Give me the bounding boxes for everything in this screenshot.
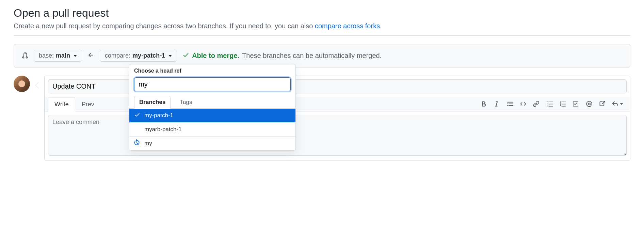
merge-detail-text: These branches can be automatically merg… xyxy=(242,52,382,60)
arrow-left-icon xyxy=(87,52,94,60)
branch-item-label: my-patch-1 xyxy=(144,112,173,119)
base-branch-button[interactable]: base: main xyxy=(34,50,82,62)
italic-icon[interactable] xyxy=(493,101,500,107)
compare-bar: base: main compare: my-patch-1 Able to m… xyxy=(14,44,630,67)
base-label: base: xyxy=(39,52,54,59)
check-icon xyxy=(182,51,189,60)
branch-item-label: myarb-patch-1 xyxy=(144,126,182,133)
unordered-list-icon[interactable] xyxy=(546,101,553,107)
caret-down-icon xyxy=(168,55,172,57)
caret-down-icon xyxy=(74,55,77,57)
pr-body: Write Prev xyxy=(14,76,630,161)
dropdown-list: my-patch-1 myarb-patch-1 my xyxy=(129,109,295,150)
md-toolbar xyxy=(477,98,627,110)
avatar[interactable] xyxy=(14,76,30,92)
tab-branches[interactable]: Branches xyxy=(134,96,171,109)
branch-item[interactable]: my-patch-1 xyxy=(129,109,295,123)
cross-reference-icon[interactable] xyxy=(599,101,606,107)
divider xyxy=(14,35,630,36)
compare-forks-link[interactable]: compare across forks xyxy=(315,22,380,30)
history-icon xyxy=(133,139,140,148)
page-subtitle: Create a new pull request by comparing c… xyxy=(14,22,630,30)
branch-search-input[interactable] xyxy=(134,77,291,91)
caret-down-icon xyxy=(620,103,623,105)
branch-item-history[interactable]: my xyxy=(129,137,295,150)
head-ref-dropdown: Choose a head ref Branches Tags my-patch… xyxy=(129,64,296,151)
tab-write[interactable]: Write xyxy=(48,97,75,111)
tasklist-icon[interactable] xyxy=(572,101,579,107)
compare-label: compare: xyxy=(105,52,130,59)
page-title: Open a pull request xyxy=(14,7,630,19)
subtitle-suffix: . xyxy=(380,22,382,30)
branch-item[interactable]: myarb-patch-1 xyxy=(129,123,295,137)
write-tabs: Write Prev xyxy=(48,97,101,111)
ordered-list-icon[interactable] xyxy=(559,101,566,107)
compare-branch-button[interactable]: compare: my-patch-1 xyxy=(100,50,177,62)
branch-item-label: my xyxy=(144,140,152,147)
compare-value: my-patch-1 xyxy=(132,52,165,59)
merge-able-text: Able to merge. xyxy=(192,52,239,60)
git-compare-icon xyxy=(21,51,28,60)
dropdown-header: Choose a head ref xyxy=(129,64,295,77)
subtitle-text: Create a new pull request by comparing c… xyxy=(14,22,315,30)
timeline-caret xyxy=(35,82,39,89)
dropdown-tabs: Branches Tags xyxy=(129,95,295,109)
bold-icon[interactable] xyxy=(480,101,487,107)
quote-icon[interactable] xyxy=(507,101,514,107)
reply-icon[interactable] xyxy=(612,101,623,107)
dropdown-search-wrap xyxy=(129,77,295,95)
mention-icon[interactable] xyxy=(586,101,593,107)
base-value: main xyxy=(56,52,70,59)
merge-status: Able to merge. These branches can be aut… xyxy=(182,51,382,60)
check-icon xyxy=(134,112,140,120)
tab-preview[interactable]: Prev xyxy=(75,97,101,111)
code-icon[interactable] xyxy=(520,101,527,107)
tab-tags[interactable]: Tags xyxy=(175,96,197,109)
link-icon[interactable] xyxy=(533,101,540,107)
